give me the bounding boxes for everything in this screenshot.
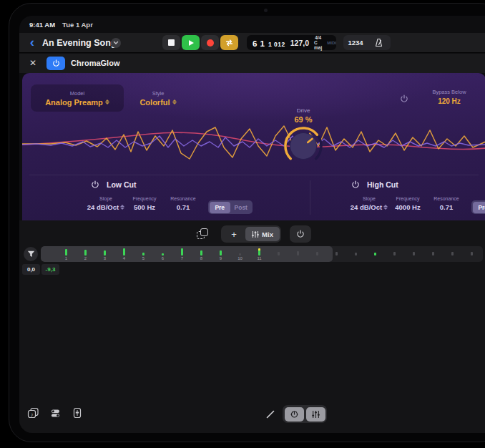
cycle-button[interactable] bbox=[220, 35, 238, 50]
model-selector[interactable]: Model Analog Preamp bbox=[31, 84, 124, 112]
status-date: Tue 1 Apr bbox=[62, 21, 93, 29]
high-cut-params: Slope 24 dB/Oct Frequency 4000 Hz Resona… bbox=[350, 196, 485, 214]
overview-meter: 6 bbox=[153, 246, 172, 262]
close-plugin-button[interactable]: ✕ bbox=[28, 58, 38, 68]
level-control[interactable]: Level 0.0 bbox=[477, 89, 485, 105]
style-selector[interactable]: Style Colorful bbox=[124, 84, 192, 112]
overview-meter bbox=[366, 246, 385, 262]
volume-value[interactable]: -9,3 bbox=[41, 264, 59, 275]
main-toolbar: ‹ An Evening Song bbox=[19, 33, 485, 53]
overview-meter: 9 bbox=[211, 246, 230, 262]
svg-text:♪: ♪ bbox=[30, 412, 33, 418]
low-cut-resonance[interactable]: Resonance 0.71 bbox=[164, 196, 202, 211]
channel-value-cell: 0,0-9,3 bbox=[21, 264, 60, 275]
overview-meter: 7 bbox=[172, 246, 192, 262]
overview-meters: 1234567891011 bbox=[57, 246, 481, 262]
screenshot-stage: 9:41 AM Tue 1 Apr ‹ An Evening Song bbox=[0, 0, 485, 448]
overview-meter: 5 bbox=[134, 246, 153, 262]
lcd-tempo: 127,0 bbox=[290, 39, 309, 47]
fader-view-button[interactable] bbox=[306, 407, 325, 422]
bypass-below-control[interactable]: Bypass Below 120 Hz bbox=[421, 89, 477, 105]
overview-meter bbox=[423, 246, 443, 262]
plugin-power-toggle[interactable] bbox=[46, 57, 65, 70]
ipad-screen: 9:41 AM Tue 1 Apr ‹ An Evening Song bbox=[19, 16, 485, 433]
overview-meter: 4 bbox=[114, 246, 134, 262]
overview-meter: 3 bbox=[95, 246, 114, 262]
bottom-toolbar: ♪ bbox=[19, 401, 485, 433]
power-icon bbox=[296, 230, 305, 238]
add-track-button[interactable]: + bbox=[222, 227, 245, 241]
duplicate-button[interactable] bbox=[194, 226, 212, 242]
low-cut-pre-button[interactable]: Pre bbox=[210, 202, 231, 213]
mixer-view-group: + Mix bbox=[221, 225, 281, 243]
high-cut-slope[interactable]: Slope 24 dB/Oct bbox=[350, 196, 388, 211]
overview-meter bbox=[346, 246, 366, 262]
pan-value[interactable]: 0,0 bbox=[22, 264, 40, 275]
stepper-icon bbox=[172, 99, 177, 104]
overview-meter bbox=[385, 246, 404, 262]
status-bar: 9:41 AM Tue 1 Apr bbox=[29, 21, 93, 29]
low-cut-frequency[interactable]: Frequency 500 Hz bbox=[125, 196, 164, 211]
mixer-overview-row: 1234567891011 bbox=[19, 246, 485, 262]
overview-meter: 8 bbox=[192, 246, 211, 262]
ipad-device-frame: 9:41 AM Tue 1 Apr ‹ An Evening Song bbox=[9, 3, 485, 442]
drive-readout: Drive 69 % bbox=[278, 107, 328, 124]
loop-browser-button[interactable]: ♪ bbox=[26, 406, 39, 419]
overview-track-number: 10 bbox=[237, 255, 242, 261]
stepper-icon bbox=[120, 205, 124, 210]
low-cut-post-button[interactable]: Post bbox=[230, 202, 252, 213]
knob-view-button[interactable] bbox=[285, 407, 304, 422]
overview-meter: 2 bbox=[76, 246, 95, 262]
lcd-display[interactable]: 6 1 1 012 127,0 4/4 C maj MIDI bbox=[247, 35, 336, 50]
mix-tab[interactable]: Mix bbox=[245, 227, 280, 241]
back-button[interactable]: ‹ bbox=[26, 35, 38, 51]
lcd-signature: 4/4 C maj bbox=[314, 35, 322, 50]
high-cut-frequency[interactable]: Frequency 4000 Hz bbox=[388, 196, 427, 211]
count-in-button[interactable]: 1234 bbox=[343, 39, 368, 47]
pencil-tool-button[interactable] bbox=[265, 409, 275, 419]
song-menu-button[interactable] bbox=[111, 38, 121, 48]
bypass-power-button[interactable] bbox=[400, 94, 408, 103]
style-label: Style bbox=[152, 90, 165, 97]
stop-icon bbox=[168, 39, 175, 46]
high-cut-prepost: Pre Post bbox=[471, 200, 485, 214]
plugins-button[interactable] bbox=[49, 406, 62, 419]
high-cut-power-button[interactable] bbox=[351, 180, 360, 189]
filter-button[interactable] bbox=[24, 247, 38, 261]
record-button[interactable] bbox=[201, 35, 219, 50]
overview-track-number: 1 bbox=[65, 255, 67, 261]
mixer-toolbar: + Mix bbox=[19, 225, 485, 243]
overview-meter: 1 bbox=[57, 246, 76, 262]
channel-strip-icon bbox=[73, 407, 82, 419]
metronome-group: 1234 bbox=[343, 35, 391, 50]
lcd-midi-indicator: MIDI bbox=[327, 41, 336, 45]
low-cut-prepost: Pre Post bbox=[208, 200, 253, 214]
mixer-overview-scrollbar[interactable]: 1234567891011 bbox=[41, 246, 483, 262]
status-time: 9:41 AM bbox=[29, 21, 55, 29]
stepper-icon bbox=[383, 205, 388, 210]
power-icon bbox=[52, 59, 60, 67]
loop-browser-icon: ♪ bbox=[27, 407, 39, 419]
overview-meter bbox=[288, 246, 308, 262]
song-title[interactable]: An Evening Song bbox=[42, 38, 116, 48]
faders-icon bbox=[312, 410, 320, 419]
low-cut-params: Slope 24 dB/Oct Frequency 500 Hz Resonan… bbox=[87, 196, 253, 214]
bypass-value: 120 Hz bbox=[438, 97, 461, 105]
high-cut-header: High Cut bbox=[351, 180, 398, 189]
mixer-power-button[interactable] bbox=[290, 225, 311, 243]
bypass-label: Bypass Below bbox=[432, 89, 466, 95]
power-icon bbox=[400, 94, 408, 103]
stepper-icon bbox=[105, 99, 109, 104]
drive-knob[interactable] bbox=[283, 126, 323, 166]
channel-strip-button[interactable] bbox=[71, 406, 84, 419]
overview-track-number: 3 bbox=[104, 255, 106, 261]
play-button[interactable] bbox=[182, 35, 200, 50]
high-cut-resonance[interactable]: Resonance 0.71 bbox=[427, 196, 466, 211]
low-cut-slope[interactable]: Slope 24 dB/Oct bbox=[87, 196, 125, 211]
chevron-down-icon bbox=[113, 41, 119, 45]
knob-icon bbox=[290, 409, 299, 419]
low-cut-power-button[interactable] bbox=[91, 180, 99, 189]
high-cut-pre-button[interactable]: Pre bbox=[473, 202, 485, 213]
stop-button[interactable] bbox=[162, 35, 180, 50]
metronome-button[interactable] bbox=[368, 38, 389, 47]
